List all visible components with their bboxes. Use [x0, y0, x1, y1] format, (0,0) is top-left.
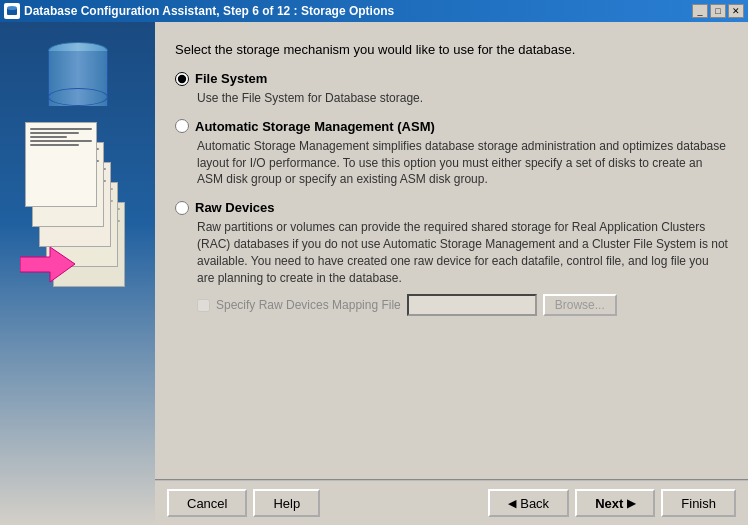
back-arrow-icon: ◀ — [508, 497, 516, 510]
database-graphic — [48, 42, 108, 112]
asm-label-text: Automatic Storage Management (ASM) — [195, 119, 435, 134]
window-title: Database Configuration Assistant, Step 6… — [24, 4, 394, 18]
window-controls[interactable]: _ □ ✕ — [692, 4, 744, 18]
finish-button[interactable]: Finish — [661, 489, 736, 517]
asm-description: Automatic Storage Management simplifies … — [197, 138, 728, 188]
close-button[interactable]: ✕ — [728, 4, 744, 18]
svg-point-1 — [7, 6, 17, 10]
cylinder-bottom — [48, 88, 108, 106]
raw-devices-option: Raw Devices Raw partitions or volumes ca… — [175, 200, 728, 316]
svg-marker-2 — [20, 247, 75, 282]
raw-devices-mapping-checkbox — [197, 299, 210, 312]
next-arrow-icon: ▶ — [627, 497, 635, 510]
back-label: Back — [520, 496, 549, 511]
asm-label[interactable]: Automatic Storage Management (ASM) — [175, 119, 728, 134]
file-system-description: Use the File System for Database storage… — [197, 90, 728, 107]
file-system-label[interactable]: File System — [175, 71, 728, 86]
raw-devices-label[interactable]: Raw Devices — [175, 200, 728, 215]
file-system-radio[interactable] — [175, 72, 189, 86]
next-button[interactable]: Next ▶ — [575, 489, 655, 517]
title-bar: Database Configuration Assistant, Step 6… — [0, 0, 748, 22]
minimize-button[interactable]: _ — [692, 4, 708, 18]
back-button[interactable]: ◀ Back — [488, 489, 569, 517]
browse-button: Browse... — [543, 294, 617, 316]
left-panel-graphic — [0, 22, 155, 525]
right-panel: Select the storage mechanism you would l… — [155, 22, 748, 525]
button-bar: Cancel Help ◀ Back Next ▶ Finish — [155, 480, 748, 525]
right-buttons: ◀ Back Next ▶ Finish — [488, 489, 736, 517]
instruction-text: Select the storage mechanism you would l… — [175, 42, 728, 57]
asm-radio[interactable] — [175, 119, 189, 133]
doc-page-1 — [25, 122, 97, 207]
asm-option: Automatic Storage Management (ASM) Autom… — [175, 119, 728, 188]
left-buttons: Cancel Help — [167, 489, 320, 517]
file-system-label-text: File System — [195, 71, 267, 86]
raw-devices-radio[interactable] — [175, 201, 189, 215]
arrow-graphic — [20, 242, 75, 290]
maximize-button[interactable]: □ — [710, 4, 726, 18]
documents-graphic — [18, 122, 138, 362]
raw-devices-mapping-label: Specify Raw Devices Mapping File — [216, 298, 401, 312]
next-label: Next — [595, 496, 623, 511]
raw-devices-mapping-input — [407, 294, 537, 316]
file-system-option: File System Use the File System for Data… — [175, 71, 728, 107]
main-container: Select the storage mechanism you would l… — [0, 22, 748, 525]
content-area: Select the storage mechanism you would l… — [155, 22, 748, 479]
help-button[interactable]: Help — [253, 489, 320, 517]
raw-devices-label-text: Raw Devices — [195, 200, 275, 215]
raw-devices-sub-option: Specify Raw Devices Mapping File Browse.… — [197, 294, 728, 316]
raw-devices-description: Raw partitions or volumes can provide th… — [197, 219, 728, 286]
title-bar-left: Database Configuration Assistant, Step 6… — [4, 3, 394, 19]
app-icon — [4, 3, 20, 19]
left-panel — [0, 22, 155, 525]
cancel-button[interactable]: Cancel — [167, 489, 247, 517]
